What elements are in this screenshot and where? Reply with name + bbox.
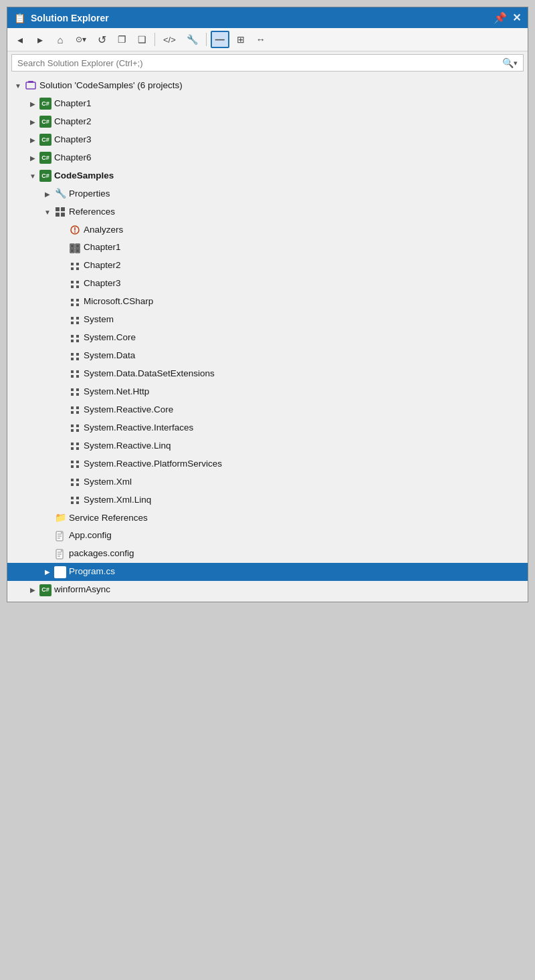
copy-button[interactable]: ❐	[113, 31, 130, 48]
tree-item-references[interactable]: References	[7, 203, 528, 221]
ref-system-core-label: System.Core	[84, 330, 136, 346]
properties-label: Properties	[69, 187, 110, 202]
ref-chapter3-label: Chapter3	[84, 276, 121, 291]
svg-rect-40	[76, 358, 79, 360]
svg-rect-36	[76, 340, 79, 342]
tree-item-ref-system-reactive-interfaces[interactable]: System.Reactive.Interfaces	[7, 419, 528, 437]
svg-rect-55	[71, 429, 74, 432]
svg-rect-1	[28, 81, 33, 83]
tree-item-ref-chapter3[interactable]: Chapter3	[7, 275, 528, 293]
svg-rect-66	[76, 479, 79, 481]
tree-item-chapter3[interactable]: C# Chapter3	[7, 131, 528, 149]
properties-icon: 🔧	[54, 188, 66, 200]
svg-rect-46	[76, 388, 79, 391]
refresh-button[interactable]: ↺	[93, 31, 110, 48]
expand-button[interactable]: —	[211, 31, 229, 48]
search-input[interactable]	[17, 58, 500, 68]
svg-point-8	[74, 231, 76, 233]
ref-system-reactive-interfaces-label: System.Reactive.Interfaces	[84, 420, 193, 436]
svg-rect-49	[71, 406, 74, 409]
ref-icon-system-reactive-linq	[69, 440, 81, 452]
chapter2-label: Chapter2	[54, 114, 92, 130]
tree-item-app-config[interactable]: App.config	[7, 527, 528, 545]
svg-rect-4	[56, 213, 60, 217]
svg-rect-53	[71, 424, 74, 427]
tree-item-winformasync[interactable]: C# winformAsync	[7, 581, 528, 599]
svg-rect-19	[71, 267, 74, 270]
settings-button[interactable]: 🔧	[183, 31, 202, 48]
ref-icon-ms-csharp	[69, 296, 81, 308]
tree-item-ref-system-xml-linq[interactable]: System.Xml.Linq	[7, 491, 528, 509]
svg-rect-30	[76, 317, 79, 320]
tree-item-ref-system-xml[interactable]: System.Xml	[7, 473, 528, 491]
svg-rect-3	[61, 207, 65, 211]
tree-view-button[interactable]: ⊞	[232, 31, 249, 48]
solution-explorer-window: 📋 Solution Explorer 📌 ✕ ◂ ▸ ⌂ ⊙▾ ↺ ❐ ❑ <…	[7, 7, 528, 602]
svg-rect-18	[76, 263, 79, 265]
ref-icon-system-reactive-core	[69, 404, 81, 416]
window-title: Solution Explorer	[31, 13, 109, 23]
svg-rect-2	[56, 207, 60, 211]
tree-item-analyzers[interactable]: Analyzers	[7, 221, 528, 239]
close-icon[interactable]: ✕	[512, 11, 521, 24]
packages-config-label: packages.config	[69, 546, 134, 562]
tree-item-chapter6[interactable]: C# Chapter6	[7, 149, 528, 167]
ref-system-xml-linq-label: System.Xml.Linq	[84, 493, 151, 508]
svg-rect-23	[71, 285, 74, 288]
forward-button[interactable]: ▸	[31, 31, 49, 48]
tree-item-codesamples[interactable]: C# CodeSamples	[7, 167, 528, 185]
search-dropdown-icon[interactable]: ▾	[514, 59, 518, 68]
pin-icon[interactable]: 📌	[494, 11, 507, 24]
tree-item-chapter2[interactable]: C# Chapter2	[7, 113, 528, 131]
csproj-icon-winformasync: C#	[39, 584, 51, 596]
svg-rect-45	[71, 388, 74, 391]
tree-item-ref-system-data[interactable]: System.Data	[7, 347, 528, 365]
svg-rect-50	[76, 406, 79, 409]
tree-item-program-cs[interactable]: C# Program.cs	[7, 563, 528, 581]
csproj-icon-chapter2: C#	[39, 116, 51, 128]
tree-item-ref-chapter2[interactable]: Chapter2	[7, 257, 528, 275]
config-icon-packages	[54, 548, 66, 560]
svg-rect-26	[76, 299, 79, 301]
tree-item-ref-microsoft-csharp[interactable]: Microsoft.CSharp	[7, 293, 528, 311]
expand-arrow-chapter1	[27, 98, 38, 109]
solution-label: Solution 'CodeSamples' (6 projects)	[39, 78, 183, 94]
ref-chapter1-label: Chapter1	[84, 240, 121, 255]
toolbar-separator-1	[154, 33, 155, 46]
home-button[interactable]: ⌂	[51, 31, 69, 48]
tree-item-service-references[interactable]: 📁 Service References	[7, 509, 528, 527]
tree-item-properties[interactable]: 🔧 Properties	[7, 185, 528, 203]
svg-rect-33	[71, 335, 74, 338]
tree-item-ref-system-net-http[interactable]: System.Net.Http	[7, 383, 528, 401]
ref-chapter2-label: Chapter2	[84, 258, 121, 273]
tree-item-chapter1[interactable]: C# Chapter1	[7, 95, 528, 113]
tree-item-ref-system-reactive-platformservices[interactable]: System.Reactive.PlatformServices	[7, 455, 528, 473]
csproj-icon-program-cs: C#	[54, 566, 66, 578]
tree-item-solution[interactable]: Solution 'CodeSamples' (6 projects)	[7, 77, 528, 95]
expand-arrow-references	[42, 207, 53, 217]
svg-rect-35	[71, 340, 74, 342]
svg-rect-17	[71, 263, 74, 265]
program-cs-label: Program.cs	[69, 564, 115, 580]
tree-item-ref-system-reactive-core[interactable]: System.Reactive.Core	[7, 401, 528, 419]
svg-rect-41	[71, 370, 74, 373]
tree-item-ref-chapter1[interactable]: Chapter1	[7, 239, 528, 257]
tree-item-packages-config[interactable]: packages.config	[7, 545, 528, 563]
expand-arrow-chapter2	[27, 116, 38, 127]
code-button[interactable]: </>	[159, 31, 180, 48]
back-button[interactable]: ◂	[11, 31, 29, 48]
title-bar: 📋 Solution Explorer 📌 ✕	[7, 7, 528, 28]
history-button[interactable]: ⊙▾	[72, 31, 90, 48]
tree-item-ref-system-reactive-linq[interactable]: System.Reactive.Linq	[7, 437, 528, 455]
tree-item-ref-system[interactable]: System	[7, 311, 528, 329]
paste-button[interactable]: ❑	[133, 31, 150, 48]
expand-arrow-properties	[42, 189, 53, 199]
svg-rect-63	[71, 465, 74, 468]
svg-rect-72	[76, 501, 79, 504]
tree-item-ref-system-data-dataset[interactable]: System.Data.DataSetExtensions	[7, 365, 528, 383]
sync-button[interactable]: ↔	[252, 31, 270, 48]
tree-item-ref-system-core[interactable]: System.Core	[7, 329, 528, 347]
chapter6-label: Chapter6	[54, 150, 92, 166]
svg-rect-64	[76, 465, 79, 468]
window-icon: 📋	[14, 13, 25, 23]
